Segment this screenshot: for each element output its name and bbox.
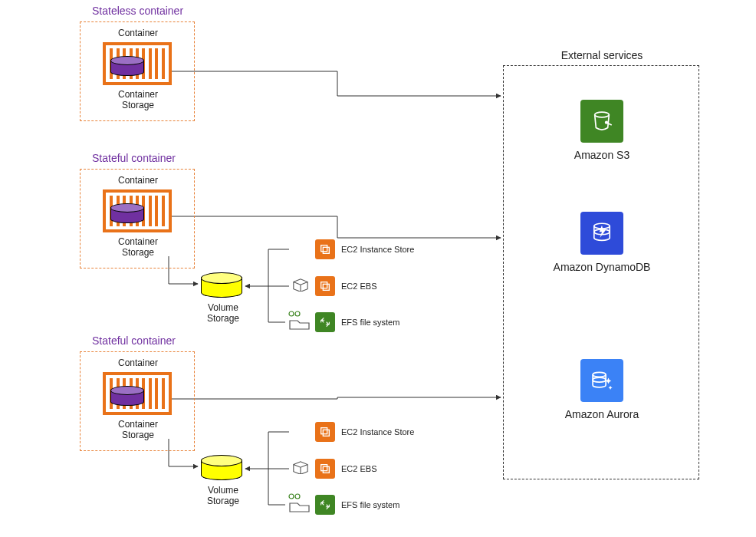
stateful2-storage-label: Container Storage — [107, 419, 169, 441]
folder-gears-aux-icon — [287, 310, 312, 330]
svg-rect-9 — [323, 466, 329, 473]
ec2-ebs-icon — [315, 276, 335, 296]
stateless-title: Stateless container — [92, 5, 183, 17]
box-aux-icon — [292, 460, 309, 476]
amazon-aurora-icon — [580, 359, 623, 402]
svg-rect-2 — [321, 282, 327, 288]
svg-rect-6 — [321, 428, 327, 434]
stateful1-backend1-label: EC2 Instance Store — [341, 245, 414, 254]
stateful2-title: Stateful container — [92, 334, 176, 347]
stateless-storage-label: Container Storage — [107, 89, 169, 111]
stateful2-backend1-label: EC2 Instance Store — [341, 427, 414, 437]
ec2-instance-store-icon — [315, 239, 335, 259]
stateful1-storage-label: Container Storage — [107, 236, 169, 259]
stateful2-backend2-label: EC2 EBS — [341, 464, 376, 473]
box-aux-icon — [292, 278, 309, 293]
svg-rect-0 — [321, 245, 327, 252]
efs-icon — [315, 312, 335, 332]
stateful2-backend3-label: EFS file system — [341, 500, 399, 509]
svg-rect-1 — [323, 247, 329, 253]
stateful1-container-label: Container — [107, 175, 169, 186]
stateful2-volume-label: Volume Storage — [196, 485, 250, 507]
external-title: External services — [556, 49, 648, 61]
svg-rect-8 — [321, 465, 327, 471]
svg-rect-7 — [323, 430, 329, 436]
dynamodb-label: Amazon DynamoDB — [548, 261, 656, 273]
container-icon — [103, 372, 172, 415]
svg-rect-3 — [323, 284, 329, 290]
stateless-container-label: Container — [107, 28, 169, 38]
svg-point-11 — [295, 494, 300, 499]
ec2-instance-store-icon — [315, 422, 335, 442]
stateful1-volume-label: Volume Storage — [196, 302, 250, 325]
stateful1-backend2-label: EC2 EBS — [341, 282, 376, 291]
svg-point-12 — [595, 112, 610, 117]
svg-point-5 — [295, 311, 300, 316]
stateful1-backend3-label: EFS file system — [341, 318, 399, 327]
svg-point-17 — [593, 377, 606, 382]
stateful2-container-label: Container — [107, 357, 169, 368]
svg-point-4 — [289, 311, 294, 316]
efs-icon — [315, 495, 335, 515]
aurora-label: Amazon Aurora — [548, 408, 656, 420]
svg-point-10 — [289, 494, 294, 499]
ec2-ebs-icon — [315, 459, 335, 479]
stateful1-title: Stateful container — [92, 152, 176, 164]
amazon-s3-icon — [580, 100, 623, 143]
svg-point-16 — [593, 372, 606, 377]
amazon-dynamodb-icon — [580, 212, 623, 255]
folder-gears-aux-icon — [287, 493, 312, 512]
volume-storage-icon — [201, 272, 242, 300]
s3-label: Amazon S3 — [548, 149, 656, 161]
container-icon — [103, 189, 172, 232]
volume-storage-icon — [201, 455, 242, 483]
container-icon — [103, 42, 172, 85]
